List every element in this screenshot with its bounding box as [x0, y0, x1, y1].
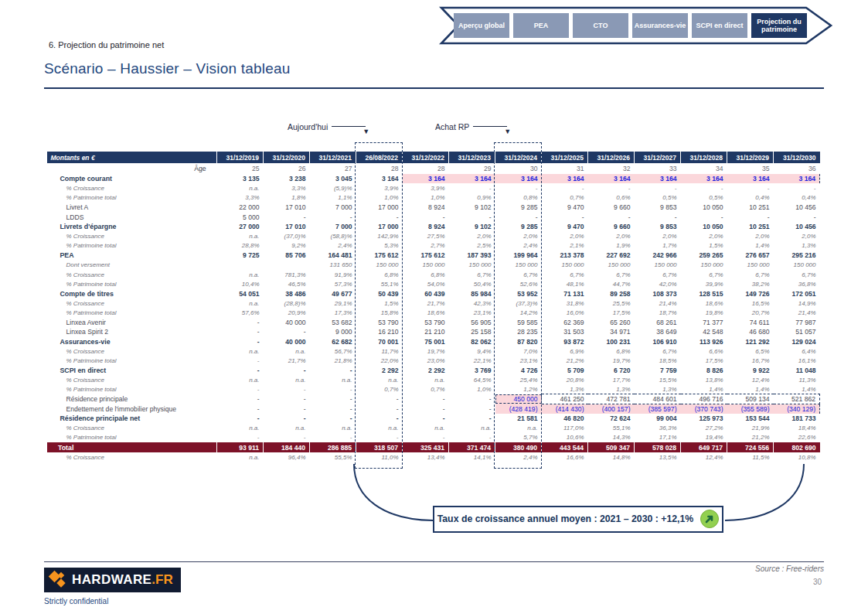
cell: 3 769 [449, 366, 495, 375]
cell: 17,5% [681, 356, 727, 365]
annotation-line [473, 126, 507, 127]
cell: 25 158 [449, 327, 495, 336]
cell: 72 624 [588, 414, 635, 423]
cell: 1,2% [495, 385, 542, 394]
cell: 1,9% [588, 241, 635, 251]
cell: - [449, 213, 495, 222]
cell: n.a. [449, 423, 495, 432]
tab-cto[interactable]: CTO [573, 13, 628, 38]
table-row: Endettement de l'immobilier physique----… [47, 404, 820, 413]
cell: 150 000 [356, 261, 403, 270]
cell: 21,2% [542, 356, 588, 365]
cell: 53 952 [495, 289, 542, 298]
cell: 9 285 [495, 203, 542, 212]
cell: n.a. [403, 375, 449, 384]
cell: 11,0% [356, 452, 403, 462]
cell: 276 657 [727, 251, 774, 260]
cell: 59 585 [495, 318, 542, 327]
cell: - [727, 213, 774, 222]
cell: - [681, 183, 727, 193]
cell: 46 680 [727, 327, 774, 336]
tab-projection-du-patrimoine[interactable]: Projection du patrimoine [751, 13, 807, 38]
cell: - [217, 385, 264, 394]
cell: 22,0% [356, 356, 403, 365]
cell [264, 261, 310, 270]
age-value: 33 [635, 163, 681, 174]
cell: - [403, 213, 449, 222]
cell: 27 000 [217, 222, 264, 231]
cell: 10 456 [774, 222, 820, 231]
cell: 23,1% [449, 308, 495, 317]
tab-pea[interactable]: PEA [513, 13, 569, 38]
cell: 2,0% [681, 231, 727, 240]
cell: 9 660 [588, 222, 635, 231]
cell: 175 612 [356, 251, 403, 260]
cell: 27,2% [681, 423, 727, 432]
cell: 91,9% [310, 270, 356, 279]
row-label: PEA [47, 251, 217, 260]
cell: 802 690 [774, 442, 820, 453]
footer-rule [44, 561, 824, 562]
cell: 10,6% [542, 433, 588, 442]
age-value: 28 [356, 163, 403, 174]
cell: 181 733 [774, 414, 820, 423]
column-header: 26/08/2022 [356, 152, 403, 163]
row-label: Total [47, 442, 217, 453]
cell: - [310, 394, 356, 404]
cell: 242 966 [635, 251, 681, 260]
cell: 8 826 [681, 366, 727, 375]
cell: 19,7% [403, 346, 449, 356]
cell: 17,3% [310, 308, 356, 317]
cell: - [310, 414, 356, 423]
cell: 44,7% [588, 279, 635, 288]
cell: 50,4% [449, 279, 495, 288]
cell: 14,8% [588, 452, 635, 462]
cell: n.a. [495, 423, 542, 432]
cell: (37,0)% [264, 231, 310, 240]
cell: 20,9% [264, 308, 310, 317]
cell: - [495, 183, 542, 193]
down-arrow-icon: ▼ [504, 128, 511, 135]
cell: 3 238 [264, 174, 310, 183]
cell: 6,8% [588, 346, 635, 356]
row-label: LDDS [47, 213, 217, 222]
hardwarefr-logo: HARDWARE.FR [44, 568, 181, 592]
cell: 2,0% [774, 231, 820, 240]
cell: 17 000 [356, 203, 403, 212]
cell: 42,0% [635, 279, 681, 288]
cell: 11 048 [774, 366, 820, 375]
cell: - [217, 327, 264, 336]
cell: - [727, 183, 774, 193]
cell: n.a. [217, 452, 264, 462]
cell: 53 682 [310, 318, 356, 327]
cell: n.a. [264, 346, 310, 356]
cell: 1,5% [681, 241, 727, 251]
row-label: % Croissance [47, 183, 217, 193]
row-label: % Croissance [47, 423, 217, 432]
cell: 9 102 [449, 203, 495, 212]
cell: 23,1% [495, 356, 542, 365]
cell: 6,7% [635, 346, 681, 356]
cell: 16,5% [727, 298, 774, 308]
cell: 14,2% [495, 308, 542, 317]
cell: 6 720 [588, 366, 635, 375]
table-row: PEA9 72585 706164 481175 612175 612187 3… [47, 251, 820, 260]
cell: (428 419) [495, 404, 542, 413]
cell: 53 790 [356, 318, 403, 327]
cell: 213 378 [542, 251, 588, 260]
cell: 1,4% [774, 385, 820, 394]
tab-assurances-vie[interactable]: Assurances-vie [632, 13, 688, 38]
cell: 1,0% [403, 193, 449, 203]
tab-scpi-en-direct[interactable]: SCPI en direct [692, 13, 747, 38]
table-row: Assurances-vie-40 00062 68270 00175 0018… [47, 337, 820, 346]
green-up-arrow-icon [700, 510, 719, 528]
age-value: 32 [588, 163, 635, 174]
cell: 16,7% [727, 356, 774, 365]
cell: 6,7% [727, 270, 774, 279]
tab-aper-u-global[interactable]: Aperçu global [454, 13, 509, 38]
table-row: Dont versement131 650150 000150 000150 0… [47, 261, 820, 270]
cell: 2,4% [495, 241, 542, 251]
cell: 11,7% [356, 346, 403, 356]
cell: 54,0% [403, 279, 449, 288]
cell: 11,5% [727, 452, 774, 462]
